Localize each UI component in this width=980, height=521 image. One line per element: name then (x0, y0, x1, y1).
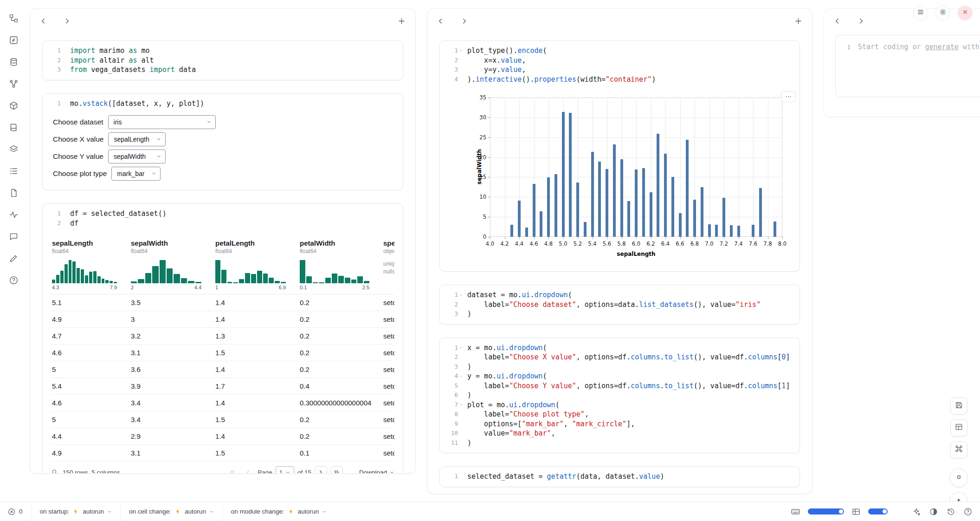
runtime-config-2[interactable]: on module change:autorun (222, 502, 335, 521)
document-icon[interactable] (6, 185, 21, 201)
last-page-button[interactable] (330, 466, 343, 474)
search-icon[interactable] (51, 469, 58, 474)
code-editor[interactable]: 1import marimo as mo2import altair as al… (43, 41, 403, 80)
keyboard-icon[interactable] (791, 507, 800, 516)
layout-toggle-button[interactable] (950, 419, 967, 436)
fold-chevron-icon[interactable] (458, 293, 464, 297)
ai-prompt-input[interactable]: 1 Start coding or generate with AI (835, 35, 980, 97)
code-line: dataset = mo.ui.dropdown( (464, 290, 572, 300)
dropdown-choose-dataset[interactable]: iris (108, 115, 216, 129)
code-editor[interactable]: 1x = mo.ui.dropdown(2 label="Choose X va… (440, 338, 799, 453)
column-histogram (300, 259, 369, 283)
dropdown-choose-plot-type[interactable]: mark_bar (111, 167, 161, 181)
file-tree-icon[interactable] (6, 10, 21, 26)
prev-page-button[interactable] (242, 466, 254, 474)
code-line: import marimo as mo (67, 46, 150, 56)
runtime-config-1[interactable]: on cell change:autorun (120, 502, 222, 521)
chevron-right-icon[interactable] (460, 17, 468, 25)
code-cell: 1selected_dataset = getattr(data, datase… (439, 466, 800, 487)
pen-icon[interactable] (6, 250, 21, 266)
line-number: 7 (440, 400, 464, 410)
book-icon[interactable] (6, 119, 21, 135)
width-slider[interactable] (808, 508, 844, 514)
shutdown-button[interactable] (958, 6, 973, 20)
table-row: 4.63.41.40.30000000000000004setosa (51, 395, 394, 411)
dropdown-choose-y-value[interactable]: sepalWidth (108, 150, 166, 163)
bar-chart: 4.04.24.44.64.85.05.25.45.65.86.06.26.46… (460, 91, 790, 267)
page-select[interactable]: 1 (276, 466, 294, 474)
code-line: plot = mo.ui.dropdown( (464, 400, 560, 410)
table-cell: 0.2 (299, 361, 382, 378)
fold-chevron-icon[interactable] (458, 49, 464, 53)
network-icon[interactable] (6, 76, 21, 91)
dropdown-label: Choose dataset (53, 118, 103, 126)
code-line: value="mark_bar", (464, 429, 555, 438)
next-page-button[interactable] (315, 466, 327, 474)
download-button[interactable]: Download (359, 469, 394, 474)
chevron-left-icon[interactable] (39, 17, 47, 25)
code-editor[interactable]: 1selected_dataset = getattr(data, datase… (440, 467, 799, 487)
runtime-config-0[interactable]: on startup:autorun (31, 502, 121, 521)
fold-chevron-icon[interactable] (458, 403, 464, 407)
settings-button[interactable] (935, 6, 950, 20)
list-icon[interactable] (6, 163, 21, 179)
theme-icon[interactable] (929, 507, 938, 516)
notebook-menu-button[interactable] (913, 6, 928, 20)
save-button[interactable] (950, 397, 967, 415)
chevron-right-icon[interactable] (857, 17, 865, 25)
code-editor[interactable]: 1mo.vstack([dataset, x, y, plot]) (43, 94, 403, 114)
chart-bar (730, 225, 733, 237)
chevron-right-icon[interactable] (63, 17, 71, 25)
error-circle-icon (7, 508, 16, 516)
chevron-down-icon (206, 118, 212, 126)
table-cell: 3 (130, 311, 214, 327)
error-count-button[interactable]: 0 (7, 508, 31, 516)
activity-icon[interactable] (6, 207, 21, 222)
table-header-sepalLength[interactable]: sepalLengthfloat644.37.9 (51, 233, 130, 294)
table-row: 5.43.91.70.4setosa (51, 378, 394, 395)
dropdown-choose-x-value[interactable]: sepalLength (108, 132, 166, 146)
lightning-icon (72, 508, 79, 515)
density-slider[interactable] (868, 508, 888, 514)
first-page-button[interactable] (226, 466, 239, 474)
fold-chevron-icon[interactable] (458, 345, 464, 350)
chevron-left-icon[interactable] (833, 17, 841, 25)
help-icon[interactable] (963, 507, 973, 516)
stop-icon (954, 473, 963, 483)
table-header-petalWidth[interactable]: petalWidthfloat640.12.5 (299, 233, 382, 294)
keyboard-shortcuts-button[interactable] (950, 441, 967, 458)
table-header-petalLength[interactable]: petalLengthfloat6416.9 (214, 233, 299, 294)
chart-actions-button[interactable] (781, 91, 796, 102)
table-cell: 5.4 (51, 378, 130, 394)
column-histogram (215, 259, 286, 283)
chart-bar (576, 182, 579, 237)
add-cell-button[interactable] (397, 17, 406, 26)
code-cell: 1dataset = mo.ui.dropdown(2 label="Choos… (439, 285, 800, 325)
fold-chevron-icon[interactable] (458, 374, 464, 378)
chevron-down-icon (156, 153, 161, 160)
code-line: y=y.value, (464, 65, 526, 75)
generate-link[interactable]: generate (925, 43, 959, 51)
package-icon[interactable] (6, 98, 21, 113)
table-header-sepalWidth[interactable]: sepalWidthfloat6424.4 (130, 233, 214, 294)
table-header-species[interactable]: speciesobjectunique:nulls: (382, 233, 394, 294)
history-icon[interactable] (946, 507, 955, 516)
add-cell-button[interactable] (794, 17, 803, 26)
database-icon[interactable] (6, 54, 21, 70)
table-row: 4.63.11.50.2setosa (51, 345, 394, 361)
column-histogram (52, 259, 117, 283)
panel-columns-icon[interactable] (851, 507, 861, 516)
code-editor[interactable]: 1dataset = mo.ui.dropdown(2 label="Choos… (440, 285, 799, 324)
layers-icon[interactable] (6, 141, 21, 157)
stop-button[interactable] (949, 469, 968, 487)
functions-icon[interactable] (6, 32, 21, 48)
config-value: autorun (83, 508, 104, 515)
help-icon[interactable] (6, 272, 21, 288)
code-editor[interactable]: 1plot_type().encode(2 x=x.value,3 y=y.va… (440, 41, 799, 89)
chevron-left-icon[interactable] (437, 17, 445, 25)
ai-sparkle-icon[interactable] (912, 507, 921, 516)
code-editor[interactable]: 1df = selected_dataset()2df (43, 204, 403, 233)
line-number: 3 (440, 65, 464, 75)
chat-icon[interactable] (6, 228, 21, 244)
line-number: 6 (440, 391, 464, 400)
